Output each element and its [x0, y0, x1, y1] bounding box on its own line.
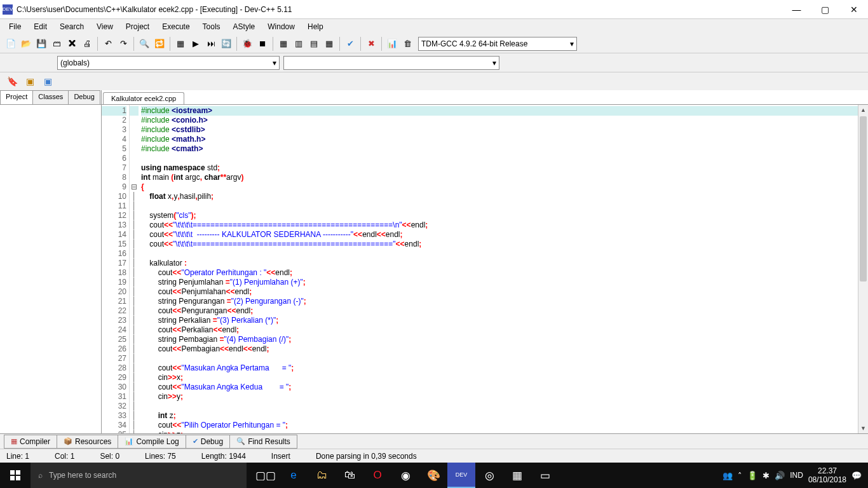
menu-tools[interactable]: Tools: [196, 20, 227, 33]
bottom-tab-compile-log[interactable]: 📊Compile Log: [118, 435, 186, 449]
menu-execute[interactable]: Execute: [156, 20, 196, 33]
status-col: Col: 1: [55, 452, 74, 461]
redo-button[interactable]: ↷: [116, 37, 130, 51]
goto-icon[interactable]: ▣: [23, 74, 37, 88]
new-file-button[interactable]: 📄: [4, 37, 18, 51]
groove-icon[interactable]: ◎: [475, 463, 503, 488]
paint-icon[interactable]: 🎨: [419, 463, 447, 488]
store-icon[interactable]: 🛍: [336, 463, 363, 488]
tab-icon: 🔍: [236, 437, 245, 445]
toolbar: 📄 📂 💾 🗃 🗙 🖨 ↶ ↷ 🔍 🔁 ▦ ▶ ⏭ 🔄 🐞 ⏹ ▦ ▥ ▤ ▦ …: [0, 34, 868, 53]
tab-label: Compile Log: [136, 437, 179, 446]
menu-bar: FileEditSearchViewProjectExecuteToolsASt…: [0, 19, 868, 34]
bottom-tab-resources[interactable]: 📦Resources: [57, 435, 118, 449]
menu-astyle[interactable]: AStyle: [227, 20, 262, 33]
wifi-icon[interactable]: ✱: [763, 471, 770, 480]
cmd-icon[interactable]: ▭: [531, 463, 559, 488]
sidebar-body: [0, 104, 101, 433]
tool-d-button[interactable]: ▦: [322, 37, 336, 51]
battery-icon[interactable]: 🔋: [747, 471, 757, 480]
opera-icon[interactable]: O: [363, 463, 391, 488]
start-button[interactable]: [0, 463, 31, 488]
tab-label: Debug: [201, 437, 223, 446]
stop-button[interactable]: ⏹: [255, 37, 269, 51]
chrome-icon[interactable]: ◉: [391, 463, 419, 488]
print-button[interactable]: 🖨: [80, 37, 94, 51]
menu-edit[interactable]: Edit: [27, 20, 53, 33]
explorer-icon[interactable]: 🗂: [308, 463, 336, 488]
vertical-scrollbar[interactable]: ▲ ▼: [858, 105, 868, 433]
globals-combo[interactable]: (globals) ▾: [57, 56, 280, 70]
code-content[interactable]: #include <iostream>#include <conio.h>#in…: [139, 105, 868, 433]
scope-combo[interactable]: ▾: [283, 56, 499, 70]
menu-project[interactable]: Project: [119, 20, 156, 33]
editor-tabs: Kalkulator ecek2.cpp: [102, 90, 868, 104]
fold-column[interactable]: ⊟││││││││││││││││││││││││││: [130, 105, 139, 433]
maximize-button[interactable]: ▢: [811, 0, 839, 19]
debug-button[interactable]: 🐞: [240, 37, 254, 51]
scroll-down-icon[interactable]: ▼: [858, 423, 868, 433]
profile-button[interactable]: 📊: [385, 37, 399, 51]
replace-button[interactable]: 🔁: [153, 37, 166, 51]
menu-view[interactable]: View: [90, 20, 119, 33]
save-all-button[interactable]: 🗃: [50, 37, 64, 51]
menu-window[interactable]: Window: [261, 20, 301, 33]
tray-chevron-icon[interactable]: ˄: [738, 471, 742, 480]
taskview-icon[interactable]: ▢▢: [252, 463, 280, 488]
people-icon[interactable]: 👥: [722, 471, 733, 480]
code-area[interactable]: 1234567891011121314151617181920212223242…: [102, 104, 868, 433]
menu-file[interactable]: File: [3, 20, 27, 33]
chevron-down-icon: ▾: [273, 58, 276, 67]
status-mode: Insert: [271, 452, 290, 461]
sidebar-tab-project[interactable]: Project: [0, 90, 33, 104]
run-button[interactable]: ▶: [189, 37, 203, 51]
clock-time: 22.37: [808, 466, 846, 475]
scrollbar-thumb[interactable]: [860, 116, 867, 281]
clock[interactable]: 22.37 08/10/2018: [808, 466, 846, 484]
window-title: C:\Users\user\Documents\C++\Kalkulator e…: [17, 5, 782, 14]
delete-button[interactable]: ✖: [364, 37, 378, 51]
scroll-up-icon[interactable]: ▲: [858, 105, 868, 115]
tab-label: Compiler: [20, 437, 50, 446]
devcpp-icon[interactable]: DEV: [447, 463, 475, 488]
compile-button[interactable]: ▦: [173, 37, 187, 51]
compiler-combo[interactable]: TDM-GCC 4.9.2 64-bit Release ▾: [418, 37, 577, 51]
save-button[interactable]: 💾: [34, 37, 48, 51]
close-button[interactable]: ✕: [839, 0, 868, 19]
compiler-combo-value: TDM-GCC 4.9.2 64-bit Release: [421, 39, 527, 48]
find-button[interactable]: 🔍: [137, 37, 151, 51]
close-file-button[interactable]: 🗙: [65, 37, 79, 51]
notifications-icon[interactable]: 💬: [851, 471, 862, 480]
taskbar-search[interactable]: ⌕ Type here to search: [31, 463, 247, 488]
tool-a-button[interactable]: ▦: [276, 37, 290, 51]
compile-run-button[interactable]: ⏭: [204, 37, 218, 51]
check-button[interactable]: ✔: [343, 37, 357, 51]
calculator-icon[interactable]: ▦: [503, 463, 531, 488]
insert-icon[interactable]: ▣: [41, 74, 55, 88]
edge-icon[interactable]: e: [280, 463, 308, 488]
taskbar-apps: ▢▢ e 🗂 🛍 O ◉ 🎨 DEV ◎ ▦ ▭: [252, 463, 559, 488]
tool-b-button[interactable]: ▥: [292, 37, 306, 51]
language-indicator[interactable]: IND: [790, 471, 803, 480]
trash-button[interactable]: 🗑: [400, 37, 414, 51]
editor-tab[interactable]: Kalkulator ecek2.cpp: [103, 92, 184, 104]
bottom-panel-tabs: ▦Compiler📦Resources📊Compile Log✔Debug🔍Fi…: [0, 433, 868, 449]
sidebar-tab-classes[interactable]: Classes: [32, 90, 69, 104]
menu-help[interactable]: Help: [301, 20, 330, 33]
rebuild-button[interactable]: 🔄: [219, 37, 233, 51]
status-sel: Sel: 0: [100, 452, 119, 461]
minimize-button[interactable]: —: [782, 0, 811, 19]
bookmark-icon[interactable]: 🔖: [5, 74, 19, 88]
menu-search[interactable]: Search: [53, 20, 90, 33]
bottom-tab-compiler[interactable]: ▦Compiler: [4, 435, 57, 449]
open-button[interactable]: 📂: [19, 37, 33, 51]
status-length: Length: 1944: [201, 452, 246, 461]
volume-icon[interactable]: 🔊: [775, 471, 785, 480]
tool-c-button[interactable]: ▤: [307, 37, 321, 51]
svg-rect-2: [10, 476, 15, 480]
svg-rect-3: [16, 476, 20, 480]
undo-button[interactable]: ↶: [101, 37, 115, 51]
bottom-tab-debug[interactable]: ✔Debug: [186, 435, 230, 449]
sidebar-tab-debug[interactable]: Debug: [68, 90, 100, 104]
bottom-tab-find-results[interactable]: 🔍Find Results: [229, 435, 297, 449]
